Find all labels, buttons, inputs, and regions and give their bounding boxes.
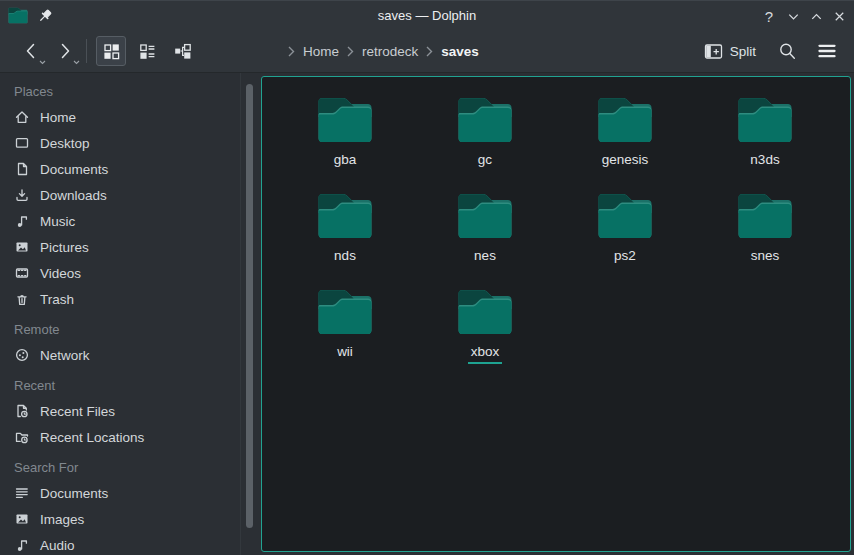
sidebar-item-label: Recent Locations	[40, 430, 144, 445]
chevron-right-icon	[425, 45, 434, 58]
details-view-icon	[139, 43, 156, 60]
folder-item-snes[interactable]: snes	[695, 193, 835, 289]
breadcrumb-home[interactable]: Home	[303, 44, 339, 59]
folder-item-nes[interactable]: nes	[415, 193, 555, 289]
forward-button[interactable]	[48, 35, 82, 67]
content-area: Places Home Desktop Documents Downloads …	[0, 73, 854, 555]
sidebar-item-label: Documents	[40, 486, 108, 501]
sidebar-item-music[interactable]: Music	[0, 208, 258, 234]
sidebar-item-label: Desktop	[40, 136, 90, 151]
desktop-icon	[14, 135, 30, 151]
back-button[interactable]	[14, 35, 48, 67]
music-note-icon	[14, 213, 30, 229]
sidebar-item-label: Images	[40, 512, 84, 527]
folder-item-ps2[interactable]: ps2	[555, 193, 695, 289]
folder-label: gba	[334, 152, 357, 167]
breadcrumb: Home retrodeck saves	[287, 44, 479, 59]
folder-icon	[317, 289, 373, 335]
sidebar-item-downloads[interactable]: Downloads	[0, 182, 258, 208]
folder-label: snes	[751, 248, 780, 263]
folder-icon	[597, 193, 653, 239]
folder-item-genesis[interactable]: genesis	[555, 97, 695, 193]
menu-button[interactable]	[812, 36, 842, 66]
folder-item-wii[interactable]: wii	[275, 289, 415, 385]
section-header-remote: Remote	[0, 316, 258, 342]
sidebar-item-label: Home	[40, 110, 76, 125]
sidebar-item-trash[interactable]: Trash	[0, 286, 258, 312]
toolbar-separator	[86, 39, 87, 63]
close-icon	[832, 9, 847, 24]
folder-item-xbox[interactable]: xbox	[415, 289, 555, 385]
sidebar-item-network[interactable]: Network	[0, 342, 258, 368]
minimize-button[interactable]	[782, 5, 804, 27]
sidebar-scrollbar-thumb[interactable]	[246, 84, 253, 528]
folder-view: gba gc genesis n3ds nds nes	[261, 76, 851, 552]
folder-label: nds	[334, 248, 356, 263]
breadcrumb-retrodeck[interactable]: retrodeck	[362, 44, 418, 59]
sidebar-item-desktop[interactable]: Desktop	[0, 130, 258, 156]
home-icon	[14, 109, 30, 125]
chevron-up-icon	[809, 9, 824, 24]
image-icon	[14, 511, 30, 527]
folder-label: gc	[478, 152, 492, 167]
folder-icon	[737, 97, 793, 143]
sidebar-item-pictures[interactable]: Pictures	[0, 234, 258, 260]
folder-label: wii	[337, 344, 353, 359]
split-label: Split	[730, 44, 756, 59]
arrow-forward-icon	[56, 41, 74, 61]
sidebar-item-search-documents[interactable]: Documents	[0, 480, 258, 506]
places-panel: Places Home Desktop Documents Downloads …	[0, 73, 258, 555]
sidebar-item-label: Pictures	[40, 240, 89, 255]
chevron-right-icon	[287, 45, 296, 58]
sidebar-item-documents[interactable]: Documents	[0, 156, 258, 182]
folder-item-gba[interactable]: gba	[275, 97, 415, 193]
section-header-recent: Recent	[0, 372, 258, 398]
folder-item-nds[interactable]: nds	[275, 193, 415, 289]
sidebar-item-search-images[interactable]: Images	[0, 506, 258, 532]
close-button[interactable]	[828, 5, 850, 27]
breadcrumb-saves[interactable]: saves	[441, 44, 479, 59]
icons-view-button[interactable]	[96, 36, 126, 66]
trash-icon	[14, 291, 30, 307]
chevron-down-icon	[39, 60, 46, 65]
sidebar-item-search-audio[interactable]: Audio	[0, 532, 258, 555]
download-icon	[14, 187, 30, 203]
split-button[interactable]: Split	[698, 38, 762, 65]
search-button[interactable]	[772, 36, 802, 66]
folder-item-n3ds[interactable]: n3ds	[695, 97, 835, 193]
sidebar-item-videos[interactable]: Videos	[0, 260, 258, 286]
arrow-back-icon	[22, 41, 40, 61]
folder-label: ps2	[614, 248, 636, 263]
sidebar-item-home[interactable]: Home	[0, 104, 258, 130]
sidebar-item-label: Downloads	[40, 188, 107, 203]
folder-label: nes	[474, 248, 496, 263]
details-view-button[interactable]	[132, 36, 162, 66]
folder-icon	[457, 193, 513, 239]
film-icon	[14, 265, 30, 281]
folder-item-gc[interactable]: gc	[415, 97, 555, 193]
folder-label: n3ds	[750, 152, 779, 167]
sidebar-item-recent-files[interactable]: Recent Files	[0, 398, 258, 424]
window-title: saves — Dolphin	[0, 8, 854, 23]
music-note-icon	[14, 537, 30, 553]
sidebar-item-label: Music	[40, 214, 75, 229]
titlebar: saves — Dolphin ?	[0, 0, 854, 30]
folder-grid: gba gc genesis n3ds nds nes	[275, 97, 835, 385]
folder-icon	[457, 289, 513, 335]
toolbar: Home retrodeck saves Split	[0, 30, 854, 73]
text-lines-icon	[14, 485, 30, 501]
sidebar-item-label: Trash	[40, 292, 74, 307]
tree-view-button[interactable]	[168, 36, 198, 66]
maximize-button[interactable]	[805, 5, 827, 27]
section-header-places: Places	[0, 78, 258, 104]
sidebar-item-recent-locations[interactable]: Recent Locations	[0, 424, 258, 450]
icons-view-icon	[103, 43, 120, 60]
image-icon	[14, 239, 30, 255]
chevron-down-icon	[786, 9, 801, 24]
folder-icon	[597, 97, 653, 143]
tree-view-icon	[174, 43, 192, 60]
help-button[interactable]: ?	[758, 5, 780, 27]
search-icon	[778, 42, 797, 61]
recent-folder-icon	[14, 429, 30, 445]
hamburger-menu-icon	[817, 43, 837, 59]
